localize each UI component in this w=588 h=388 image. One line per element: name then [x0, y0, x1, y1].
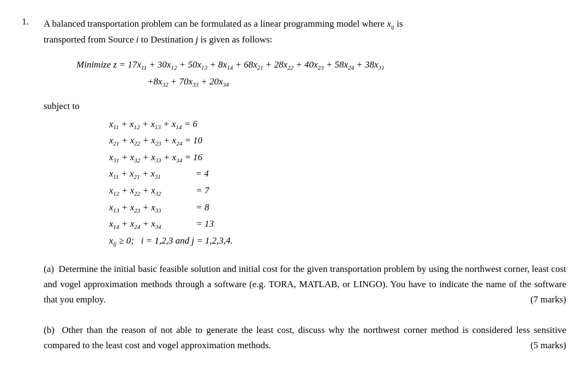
intro-paragraph: A balanced transportation problem can be… [44, 16, 566, 47]
constraint-7: x14 + x24 + x34 = 13 [109, 216, 566, 233]
part-a-marks: (7 marks) [530, 292, 566, 307]
constraint-3: x31 + x32 + x33 + x34 = 16 [109, 149, 566, 166]
minimize-line-2: +8x32 + 70x33 + 20x34 [147, 74, 566, 90]
constraints-block: x11 + x12 + x13 + x14 = 6 x21 + x22 + x2… [109, 116, 566, 250]
minimize-line-1: Minimize z = 17x11 + 30x12 + 50x13 + 8x1… [76, 57, 566, 74]
subject-to-label: subject to [44, 101, 566, 112]
part-a-block: (a) Determine the initial basic feasible… [44, 262, 566, 307]
part-b-block: (b) Other than the reason of not able to… [44, 323, 566, 353]
constraint-1: x11 + x12 + x13 + x14 = 6 [109, 116, 566, 133]
question-number: 1. [22, 16, 37, 362]
constraint-8: xij ≥ 0; i = 1,2,3 and j = 1,2,3,4. [109, 233, 566, 250]
part-b-marks: (5 marks) [530, 338, 566, 353]
question-content: A balanced transportation problem can be… [44, 16, 566, 362]
constraint-6: x13 + x23 + x33 = 8 [109, 199, 566, 216]
constraint-5: x12 + x22 + x32 = 7 [109, 183, 566, 199]
constraint-4: x11 + x21 + x31 = 4 [109, 166, 566, 183]
constraint-2: x21 + x22 + x23 + x24 = 10 [109, 132, 566, 149]
question-1: 1. A balanced transportation problem can… [22, 16, 566, 362]
part-b-text: (b) Other than the reason of not able to… [44, 323, 566, 353]
formula-section: Minimize z = 17x11 + 30x12 + 50x13 + 8x1… [76, 57, 566, 90]
part-a-text: (a) Determine the initial basic feasible… [44, 262, 566, 307]
